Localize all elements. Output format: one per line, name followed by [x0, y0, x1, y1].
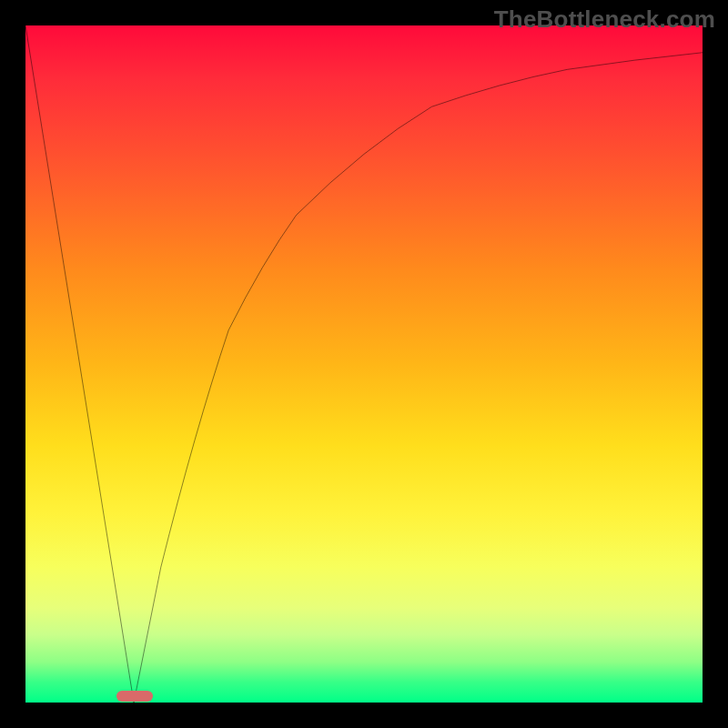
bottleneck-marker: [116, 691, 153, 702]
chart-frame: TheBottleneck.com: [0, 0, 728, 728]
plot-area: [25, 25, 703, 703]
watermark-text: TheBottleneck.com: [494, 5, 715, 34]
curves-svg: [25, 25, 703, 703]
right-curve: [134, 53, 703, 703]
left-line: [25, 25, 134, 703]
